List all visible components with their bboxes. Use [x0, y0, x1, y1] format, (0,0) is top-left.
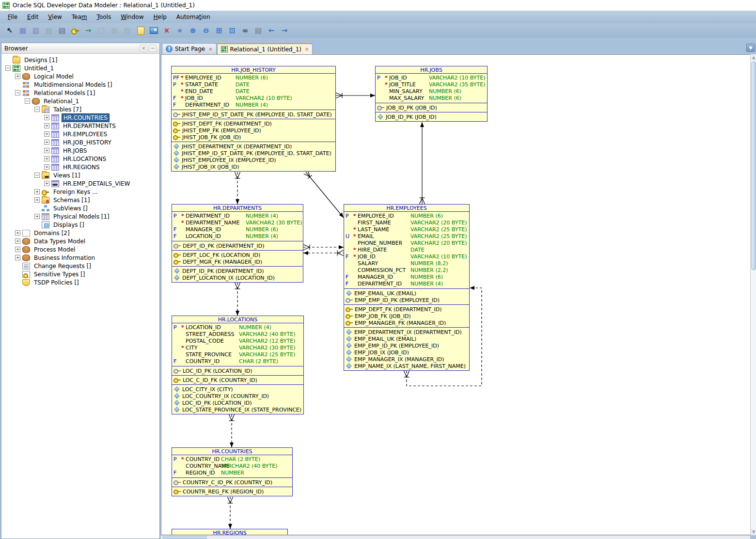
tree-item-hr-jobs[interactable]: +HR.JOBS: [1, 146, 159, 155]
insert-image-icon[interactable]: [148, 25, 159, 36]
expand-plus-icon[interactable]: +: [15, 238, 20, 244]
fk-jhist-dept[interactable]: [235, 172, 240, 204]
collapse-minus-icon[interactable]: −: [15, 90, 20, 95]
browser-minimize-button[interactable]: ─: [149, 45, 157, 52]
fit-screen-icon[interactable]: ⊞: [213, 25, 225, 36]
flow-connector-icon[interactable]: →: [82, 25, 94, 36]
collapse-minus-icon[interactable]: −: [34, 173, 40, 178]
tree-item-business-information[interactable]: +Business Information: [1, 254, 159, 262]
split-table-icon[interactable]: ▤: [56, 25, 68, 36]
tab-relational-1-untitled-1[interactable]: Relational_1 (Untitled_1)×: [217, 43, 313, 54]
scroll-down-arrow-icon[interactable]: ▼: [751, 529, 756, 535]
scroll-up-arrow-icon[interactable]: ▲: [751, 54, 756, 61]
diagram-canvas[interactable]: HR.JOB_HISTORYPF*EMPLOYEE_IDNUMBER (6)P*…: [161, 54, 750, 535]
select-pointer-icon[interactable]: ↖: [4, 25, 16, 36]
tab-list-dropdown-button[interactable]: ▼: [746, 44, 755, 52]
entity-hr-jobs[interactable]: HR.JOBSP*JOB_IDVARCHAR2 (10 BYTE)*JOB_TI…: [375, 66, 488, 122]
new-foreign-key-icon[interactable]: [69, 25, 81, 36]
entity-hr-countries[interactable]: HR.COUNTRIESP*COUNTRY_IDCHAR (2 BYTE)COU…: [172, 447, 293, 496]
tree-item-relational-models-1[interactable]: −Relational Models [1]: [1, 89, 159, 97]
expand-plus-icon[interactable]: +: [44, 164, 49, 170]
expand-plus-icon[interactable]: +: [44, 181, 49, 186]
expand-plus-icon[interactable]: +: [44, 156, 49, 161]
new-table-icon[interactable]: ▦: [17, 25, 29, 36]
tree-item-tsdp-policies[interactable]: TSDP Policies []: [1, 278, 159, 286]
expand-plus-icon[interactable]: +: [15, 247, 20, 252]
tree-item-hr-countries[interactable]: +HR.COUNTRIES: [1, 113, 159, 122]
menu-view[interactable]: View: [43, 12, 66, 22]
fk-dept-loc[interactable]: [235, 283, 240, 316]
menu-team[interactable]: Team: [67, 12, 92, 22]
box-remove-icon[interactable]: ⊟: [122, 25, 133, 36]
vertical-scrollbar-thumb[interactable]: [751, 62, 756, 270]
tree-item-domains-2[interactable]: +Domains [2]: [1, 229, 159, 237]
menu-file[interactable]: File: [3, 12, 22, 22]
expand-plus-icon[interactable]: +: [34, 197, 40, 203]
expand-plus-icon[interactable]: +: [44, 148, 49, 153]
report-icon[interactable]: ▤: [252, 25, 264, 36]
search-binoculars-icon[interactable]: ∞: [239, 25, 251, 36]
forward-icon[interactable]: →: [279, 25, 290, 36]
tree-item-tables-7[interactable]: −Tables [7]: [1, 105, 159, 113]
back-icon[interactable]: ←: [266, 25, 277, 36]
tree-item-views-1[interactable]: −Views [1]: [1, 171, 159, 179]
tree-item-relational-1[interactable]: −Relational_1: [1, 97, 159, 105]
menu-edit[interactable]: Edit: [22, 12, 43, 22]
tree-item-hr-departments[interactable]: +HR.DEPARTMENTS: [1, 122, 159, 130]
tree-item-displays[interactable]: Displays []: [1, 221, 159, 229]
menu-window[interactable]: Window: [116, 12, 148, 22]
delete-icon[interactable]: ×: [161, 25, 173, 36]
tree-item-physical-models-1[interactable]: +Physical Models [1]: [1, 212, 159, 221]
horizontal-scrollbar-thumb[interactable]: [162, 536, 207, 539]
tree-item-sensitive-types[interactable]: Sensitive Types []: [1, 270, 159, 278]
expand-plus-icon[interactable]: +: [44, 115, 49, 120]
menu-help[interactable]: Help: [148, 12, 171, 22]
tab-close-icon[interactable]: ×: [305, 47, 309, 52]
expand-plus-icon[interactable]: +: [15, 230, 20, 236]
fk-dept-mgr[interactable]: [303, 251, 344, 256]
expand-plus-icon[interactable]: +: [34, 214, 40, 219]
tree-item-designs-1[interactable]: Designs [1]: [1, 56, 159, 64]
tree-item-foreign-keys[interactable]: +Foreign Keys ...: [1, 188, 159, 196]
tree-item-hr-job-history[interactable]: +HR.JOB_HISTORY: [1, 138, 159, 146]
entity-hr-locations[interactable]: HR.LOCATIONSP*LOCATION_IDNUMBER (4)STREE…: [172, 316, 304, 414]
tree-item-logical-model[interactable]: +Logical Model: [1, 72, 159, 80]
tree-item-hr-regions[interactable]: +HR.REGIONS: [1, 163, 159, 171]
menu-tools[interactable]: Tools: [92, 12, 116, 22]
collapse-minus-icon[interactable]: −: [5, 65, 11, 71]
tree-item-subviews[interactable]: SubViews []: [1, 204, 159, 212]
tree-item-hr-employees[interactable]: +HR.EMPLOYEES: [1, 130, 159, 138]
tree-item-untitled-1[interactable]: −Untitled_1: [1, 64, 159, 72]
zoom-in-icon[interactable]: ⊕: [187, 25, 199, 36]
tree-item-process-model[interactable]: +Process Model: [1, 245, 159, 254]
tab-close-icon[interactable]: ×: [208, 47, 212, 52]
fk-emp-job[interactable]: [420, 122, 425, 204]
tree-item-change-requests[interactable]: Change Requests []: [1, 262, 159, 270]
box-add-icon[interactable]: ⊞: [109, 25, 120, 36]
vertical-scrollbar[interactable]: ▲ ▼: [750, 54, 756, 535]
expand-plus-icon[interactable]: +: [15, 255, 20, 260]
expand-plus-icon[interactable]: +: [34, 189, 40, 194]
entity-hr-regions[interactable]: HR.REGIONS: [172, 529, 288, 535]
expand-plus-icon[interactable]: +: [44, 123, 49, 128]
fk-jhist-job[interactable]: [336, 93, 375, 98]
new-view-icon[interactable]: ▥: [30, 25, 42, 36]
zoom-out-icon[interactable]: ⊖: [200, 25, 212, 36]
collapse-all-icon[interactable]: «: [174, 25, 186, 36]
horizontal-scrollbar[interactable]: [161, 535, 750, 539]
new-note-icon[interactable]: [135, 25, 146, 36]
fk-loc-country[interactable]: [229, 414, 235, 447]
tree-item-data-types-model[interactable]: +Data Types Model: [1, 237, 159, 245]
tab-start-page[interactable]: ?Start Page×: [162, 43, 217, 54]
expand-plus-icon[interactable]: +: [44, 131, 49, 137]
fk-jhist-emp[interactable]: [304, 170, 344, 218]
tree-item-hr-emp-details-view[interactable]: +HR.EMP_DETAILS_VIEW: [1, 179, 159, 188]
browser-close-button[interactable]: ×: [140, 45, 147, 52]
collapse-minus-icon[interactable]: −: [34, 107, 40, 112]
expand-plus-icon[interactable]: +: [44, 140, 49, 145]
entity-hr-employees[interactable]: HR.EMPLOYEESP*EMPLOYEE_IDNUMBER (6)FIRST…: [344, 204, 470, 371]
resize-diagram-icon[interactable]: ⊡: [226, 25, 238, 36]
collapse-minus-icon[interactable]: −: [25, 98, 30, 104]
fk-country-region[interactable]: [228, 497, 233, 529]
expand-plus-icon[interactable]: +: [15, 74, 20, 79]
